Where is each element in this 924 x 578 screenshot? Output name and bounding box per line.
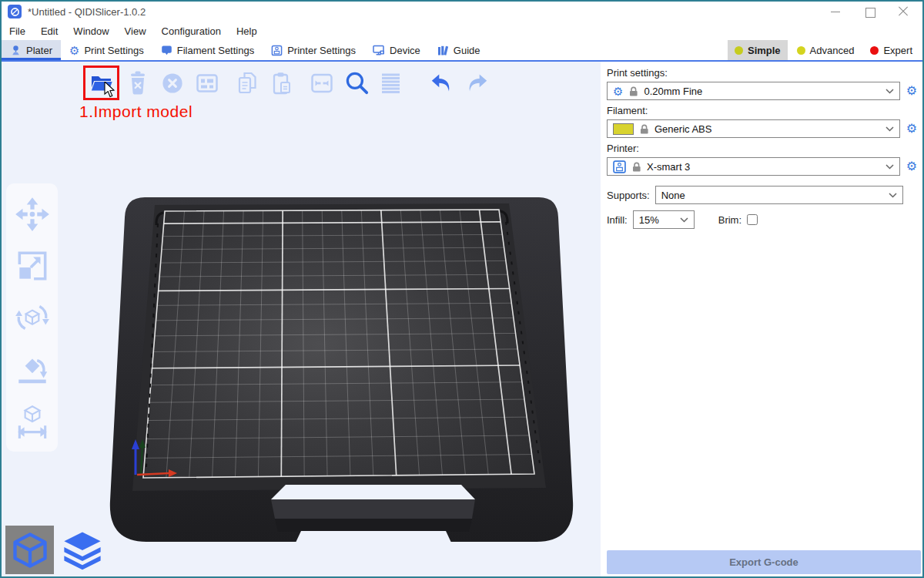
3d-cube-icon (10, 530, 50, 570)
search-button[interactable] (342, 69, 371, 98)
tab-guide[interactable]: Guide (429, 40, 489, 60)
tab-plater[interactable]: Plater (2, 40, 61, 60)
mode-advanced[interactable]: Advanced (790, 40, 862, 60)
redo-arrow-icon (462, 69, 491, 98)
variable-layer-height-button[interactable] (377, 69, 406, 98)
rotate-icon (13, 298, 52, 337)
mode-label: Expert (883, 45, 912, 56)
mode-label: Simple (748, 45, 781, 56)
menu-edit[interactable]: Edit (33, 23, 65, 39)
bed-handle-bar-front (275, 519, 472, 532)
printer-select[interactable]: X-smart 3 (607, 157, 900, 176)
layer-lines-icon (377, 69, 405, 97)
maximize-button-icon[interactable] (864, 6, 875, 17)
advanced-dot-icon (797, 46, 805, 55)
infill-value: 15% (639, 214, 659, 226)
plater-icon (10, 45, 22, 56)
import-annotation: 1.Import model (79, 102, 192, 121)
filament-select[interactable]: Generic ABS (607, 119, 900, 138)
minimize-button-icon[interactable] (830, 6, 841, 17)
preview-view-button[interactable] (58, 526, 106, 574)
3d-editor-view-button[interactable] (5, 526, 54, 574)
chevron-down-icon (889, 193, 897, 198)
tab-label: Print Settings (84, 45, 143, 56)
supports-select[interactable]: None (655, 186, 903, 204)
device-monitor-icon (373, 45, 385, 56)
measure-tool-button[interactable] (12, 401, 52, 441)
filament-value: Generic ABS (654, 123, 711, 135)
sliced-layers-icon (62, 529, 103, 571)
gear-icon: ⚙ (613, 86, 623, 97)
print-settings-select[interactable]: ⚙ 0.20mm Fine (607, 82, 900, 100)
printer-gear-button[interactable]: ⚙ (904, 158, 919, 175)
arrange-button[interactable] (192, 69, 222, 98)
menu-bar: File Edit Window View Configuration Help (2, 22, 922, 40)
supports-label: Supports: (607, 190, 650, 201)
brim-checkbox[interactable] (747, 214, 758, 225)
lock-icon (632, 162, 641, 172)
mode-selector: Simple Advanced Expert (728, 40, 919, 60)
lock-icon (640, 124, 648, 134)
tab-print-settings[interactable]: ⚙ Print Settings (61, 40, 152, 60)
chevron-down-icon (886, 164, 894, 170)
simple-dot-icon (735, 46, 743, 55)
mouse-cursor (104, 82, 116, 99)
filament-color-swatch (613, 123, 634, 135)
scale-tool-button[interactable] (12, 246, 52, 286)
infill-select[interactable]: 15% (633, 210, 695, 229)
mode-expert[interactable]: Expert (863, 40, 919, 60)
expert-dot-icon (870, 46, 879, 55)
brim-label: Brim: (718, 214, 742, 226)
chevron-down-icon (886, 89, 894, 94)
paste-button[interactable] (267, 69, 296, 98)
place-on-face-tool-button[interactable] (12, 349, 52, 389)
chevron-down-icon (680, 217, 688, 223)
tab-label: Guide (454, 45, 480, 56)
printer-label: Printer: (607, 143, 919, 154)
filament-gear-button[interactable]: ⚙ (904, 120, 919, 137)
undo-arrow-icon (427, 69, 457, 98)
tab-label: Printer Settings (287, 45, 356, 56)
menu-view[interactable]: View (117, 23, 154, 39)
build-plate[interactable] (2, 62, 601, 576)
move-tool-button[interactable] (12, 194, 52, 234)
split-to-objects-button[interactable] (307, 69, 336, 98)
mode-simple[interactable]: Simple (728, 40, 788, 60)
menu-configuration[interactable]: Configuration (154, 23, 229, 39)
move-icon (13, 195, 52, 234)
copy-button[interactable] (233, 69, 262, 98)
viewport-toolbar (83, 66, 497, 100)
printer-value: X-smart 3 (647, 161, 690, 173)
chevron-down-icon (886, 126, 894, 132)
export-gcode-button[interactable]: Export G-code (607, 550, 921, 574)
circle-x-icon (159, 69, 186, 97)
arrange-grid-icon (193, 69, 221, 97)
bed-handle-bar-top (271, 499, 475, 519)
delete-all-button[interactable] (158, 69, 187, 98)
rotate-tool-button[interactable] (12, 297, 52, 338)
window-title: *Untitled - QIDISlicer-1.0.2 (28, 6, 146, 18)
menu-file[interactable]: File (2, 23, 33, 39)
filament-label: Filament: (607, 105, 919, 116)
menu-help[interactable]: Help (229, 23, 265, 39)
tab-printer-settings[interactable]: Printer Settings (263, 40, 364, 60)
import-highlight-box (83, 66, 119, 100)
copy-icon (233, 69, 261, 97)
undo-button[interactable] (427, 69, 457, 98)
redo-button[interactable] (462, 69, 491, 98)
paste-clipboard-icon (268, 69, 296, 97)
menu-window[interactable]: Window (65, 23, 116, 39)
printer-icon (271, 45, 283, 56)
close-button-icon[interactable] (898, 6, 909, 17)
mode-label: Advanced (810, 45, 855, 56)
split-arrows-icon (308, 69, 336, 97)
3d-viewport[interactable]: 1.Import model (2, 62, 601, 576)
delete-button[interactable] (123, 69, 152, 98)
search-icon (342, 69, 371, 98)
print-settings-gear-button[interactable]: ⚙ (904, 82, 919, 99)
trash-icon (124, 69, 152, 97)
tab-filament-settings[interactable]: Filament Settings (152, 40, 263, 60)
app-window: *Untitled - QIDISlicer-1.0.2 File Edit W… (0, 0, 924, 578)
tab-device[interactable]: Device (364, 40, 429, 60)
infill-label: Infill: (607, 214, 628, 226)
